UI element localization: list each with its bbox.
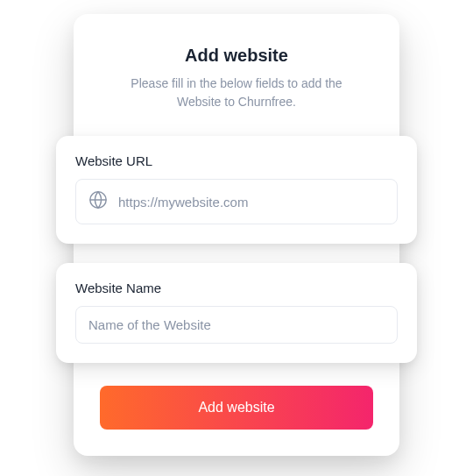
website-url-input-wrapper[interactable] [75,179,398,224]
globe-icon [88,190,108,213]
add-website-modal: Add website Please fill in the below fie… [74,14,399,456]
modal-title: Add website [100,46,373,66]
website-url-card: Website URL [56,136,417,244]
modal-subtitle: Please fill in the below fields to add t… [100,75,373,111]
website-url-input[interactable] [118,195,385,210]
website-name-card: Website Name [56,263,417,363]
website-url-label: Website URL [75,153,398,168]
website-name-label: Website Name [75,281,398,295]
website-name-input-wrapper[interactable] [75,306,398,344]
website-name-input[interactable] [88,317,385,332]
add-website-button[interactable]: Add website [100,386,373,430]
